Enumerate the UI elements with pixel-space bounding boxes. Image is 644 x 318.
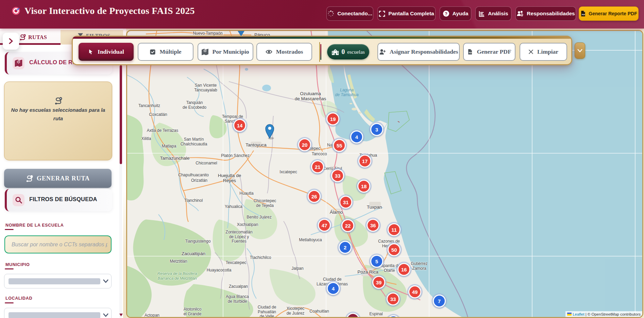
analysis-label: Análisis: [488, 11, 508, 17]
scrollbar-thumb[interactable]: [120, 65, 122, 164]
cluster-marker[interactable]: 33: [387, 293, 400, 305]
responsibilities-label: Responsabilidades: [527, 11, 575, 17]
cluster-marker[interactable]: 4: [327, 282, 340, 295]
attribution-text: | © OpenStreetMap contributors: [586, 312, 641, 316]
mode-mostrados-label: Mostrados: [276, 48, 303, 55]
localidad-select[interactable]: [4, 308, 112, 318]
toolbar-divider: [320, 44, 321, 60]
cluster-marker[interactable]: 11: [388, 223, 401, 236]
cluster-marker[interactable]: 49: [408, 285, 421, 298]
cluster-marker[interactable]: 14: [233, 119, 246, 132]
cluster-marker[interactable]: 7: [433, 295, 446, 307]
connecting-button[interactable]: Conectando...: [326, 6, 373, 21]
cluster-marker[interactable]: 21: [311, 160, 324, 173]
cluster-marker[interactable]: 19: [326, 112, 339, 125]
fullscreen-button[interactable]: Pantalla Completa: [377, 6, 436, 21]
map-attribution: Leaflet | © OpenStreetMap contributors: [565, 311, 642, 317]
folded-map-icon: [202, 49, 208, 55]
fullscreen-icon: [379, 11, 385, 17]
generate-report-pdf-button[interactable]: Generar Reporte PDF: [579, 6, 639, 21]
map-marker-pin[interactable]: [264, 123, 275, 140]
help-label: Ayuda: [453, 11, 469, 17]
mode-mostrados-button[interactable]: Mostrados: [256, 43, 312, 61]
cluster-marker[interactable]: 36: [367, 219, 379, 232]
school-icon: [332, 49, 339, 55]
cluster-marker[interactable]: 31: [339, 196, 352, 209]
school-count-unit: escuelas: [347, 49, 365, 55]
help-button[interactable]: Ayuda: [440, 6, 471, 21]
cluster-marker[interactable]: 47: [318, 219, 331, 232]
cluster-marker[interactable]: 4: [350, 130, 363, 143]
question-circle-icon: [443, 10, 450, 17]
search-filters-header: FILTROS DE BÚSQUEDA: [5, 189, 112, 211]
chevron-down-icon: [103, 313, 108, 317]
route-empty-box: No hay escuelas seleccionadas para la ru…: [4, 82, 112, 160]
mode-multiple-button[interactable]: Múltiple: [138, 43, 193, 61]
leaflet-link[interactable]: Leaflet: [573, 312, 584, 316]
map-base-layer: [127, 31, 643, 317]
search-icon: [13, 194, 24, 206]
target-dart-icon: [12, 6, 20, 15]
chevron-down-icon: [577, 49, 582, 53]
mode-multiple-label: Múltiple: [159, 48, 181, 55]
toolbar-collapse-button[interactable]: [575, 42, 585, 59]
route-icon: [54, 97, 62, 105]
search-filters-title: FILTROS DE BÚSQUEDA: [29, 196, 97, 202]
school-name-input[interactable]: [4, 235, 112, 253]
tab-rutas-label: RUTAS: [28, 34, 47, 40]
user-plus-icon: [379, 49, 386, 55]
generate-report-label: Generar Reporte PDF: [589, 11, 637, 16]
connecting-label: Conectando...: [337, 11, 372, 17]
chevron-down-icon: [103, 279, 108, 283]
mode-por-municipio-button[interactable]: Por Municipio: [198, 43, 253, 61]
cluster-marker[interactable]: 33: [331, 169, 344, 182]
checkbox-icon: [150, 49, 156, 55]
school-count: 0: [341, 48, 345, 56]
analysis-button[interactable]: Análisis: [475, 6, 511, 21]
generate-route-button[interactable]: GENERAR RUTA: [4, 169, 112, 188]
municipio-select[interactable]: [4, 274, 112, 288]
map-toolbar: Individual Múltiple Por Municipio Mostra…: [72, 36, 572, 65]
municipio-label: MUNICIPIO: [5, 262, 30, 267]
select-skeleton: [9, 312, 100, 318]
cluster-marker[interactable]: 16: [397, 263, 410, 276]
cluster-marker[interactable]: 17: [358, 155, 371, 167]
mode-individual-label: Individual: [98, 48, 124, 55]
cluster-marker[interactable]: 5: [370, 255, 383, 268]
app-header: Visor Interactivo de Proyectos FAIS 2025…: [0, 0, 644, 29]
clear-label: Limpiar: [537, 48, 558, 55]
cluster-marker[interactable]: 22: [341, 219, 354, 232]
cluster-marker[interactable]: 55: [333, 139, 346, 152]
spinner-icon: [327, 10, 334, 17]
generate-pdf-button[interactable]: Generar PDF: [463, 43, 515, 61]
chevron-right-icon: [9, 38, 13, 44]
map-container[interactable]: Nuevo TampaónPánucoSan Vicente Tancuayal…: [126, 30, 643, 318]
cursor-icon: [88, 49, 94, 55]
pdf-file-icon: [580, 10, 586, 17]
cluster-marker[interactable]: 20: [298, 138, 311, 151]
assign-responsibilities-button[interactable]: Asignar Responsabilidades: [377, 43, 460, 61]
mode-por-municipio-label: Por Municipio: [212, 48, 249, 55]
x-icon: [528, 49, 533, 54]
cluster-marker[interactable]: 3: [370, 123, 383, 136]
sidebar-scrollbar[interactable]: [119, 46, 122, 318]
cluster-marker[interactable]: 18: [357, 180, 370, 193]
sidebar-collapse-button[interactable]: [3, 33, 19, 50]
responsibilities-button[interactable]: Responsabilidades: [515, 6, 576, 21]
toolbar-accent-bar: [73, 37, 571, 39]
cluster-marker[interactable]: 50: [388, 243, 401, 256]
label-underline: [5, 302, 14, 303]
cluster-marker[interactable]: 2: [339, 241, 352, 254]
eye-icon: [266, 49, 272, 55]
scrollbar-down-arrow[interactable]: [119, 314, 123, 316]
mode-individual-button[interactable]: Individual: [79, 43, 134, 61]
bar-chart-icon: [478, 11, 485, 17]
clear-button[interactable]: Limpiar: [520, 43, 567, 61]
generate-pdf-label: Generar PDF: [477, 48, 511, 55]
cluster-marker[interactable]: 26: [308, 190, 321, 203]
school-counter-badge: 0 escuelas: [327, 44, 369, 59]
ukraine-flag-icon: [567, 313, 572, 316]
cluster-marker[interactable]: 39: [372, 276, 385, 289]
folded-map-icon: [13, 57, 24, 69]
assign-responsibilities-label: Asignar Responsabilidades: [390, 48, 458, 55]
